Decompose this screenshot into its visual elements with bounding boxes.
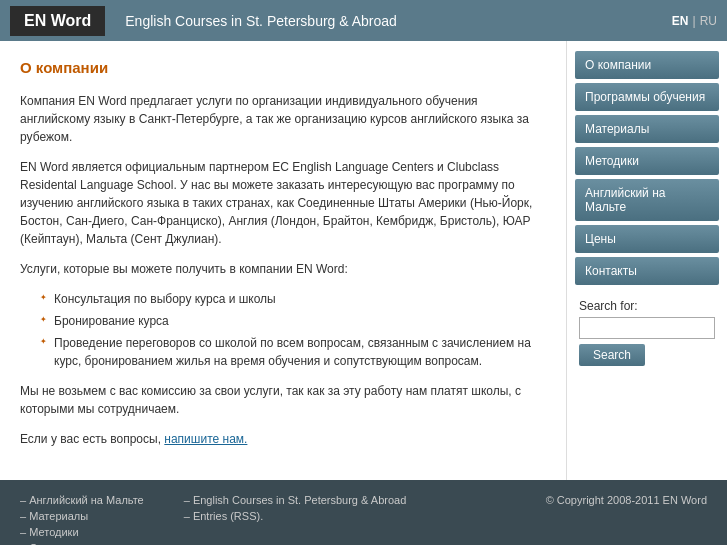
search-input[interactable] [579, 317, 715, 339]
para3: Услуги, которые вы можете получить в ком… [20, 260, 546, 278]
footer: Английский на МальтеМатериалыМетодикиО к… [0, 480, 727, 545]
list-item: Проведение переговоров со школой по всем… [40, 334, 546, 370]
search-section: Search for: Search [575, 299, 719, 366]
search-label: Search for: [579, 299, 715, 313]
nav-button[interactable]: Программы обучения [575, 83, 719, 111]
content-area: О компании Компания EN Word предлагает у… [0, 41, 567, 480]
main-wrapper: О компании Компания EN Word предлагает у… [0, 41, 727, 480]
language-switcher: EN | RU [672, 14, 717, 28]
search-button[interactable]: Search [579, 344, 645, 366]
nav-button[interactable]: Английский на Мальте [575, 179, 719, 221]
footer-copyright: © Copyright 2008-2011 EN Word [546, 494, 707, 506]
footer-link[interactable]: Методики [20, 526, 144, 538]
logo[interactable]: EN Word [10, 6, 105, 36]
footer-link[interactable]: Entries (RSS). [184, 510, 407, 522]
lang-separator: | [693, 14, 696, 28]
footer-col2: English Courses in St. Petersburg & Abro… [184, 494, 407, 545]
nav-button[interactable]: Материалы [575, 115, 719, 143]
para5: Если у вас есть вопросы, напишите нам. [20, 430, 546, 448]
nav-button[interactable]: Методики [575, 147, 719, 175]
footer-link[interactable]: Материалы [20, 510, 144, 522]
footer-left: Английский на МальтеМатериалыМетодикиО к… [20, 494, 406, 545]
list-item: Консультация по выбору курса и школы [40, 290, 546, 308]
lang-en-link[interactable]: EN [672, 14, 689, 28]
para2: EN Word является официальным партнером E… [20, 158, 546, 248]
footer-link[interactable]: Английский на Мальте [20, 494, 144, 506]
footer-link[interactable]: English Courses in St. Petersburg & Abro… [184, 494, 407, 506]
header: EN Word English Courses in St. Petersbur… [0, 0, 727, 41]
para1: Компания EN Word предлагает услуги по ор… [20, 92, 546, 146]
nav-button[interactable]: Цены [575, 225, 719, 253]
lang-ru-link[interactable]: RU [700, 14, 717, 28]
footer-col1: Английский на МальтеМатериалыМетодикиО к… [20, 494, 144, 545]
nav-button[interactable]: О компании [575, 51, 719, 79]
contact-link[interactable]: напишите нам. [164, 432, 247, 446]
services-list: Консультация по выбору курса и школы Бро… [40, 290, 546, 370]
nav-button[interactable]: Контакты [575, 257, 719, 285]
header-title: English Courses in St. Petersburg & Abro… [125, 13, 672, 29]
para5-text: Если у вас есть вопросы, [20, 432, 164, 446]
page-heading: О компании [20, 59, 546, 76]
para4: Мы не возьмем с вас комиссию за свои усл… [20, 382, 546, 418]
nav-menu: О компанииПрограммы обученияМатериалыМет… [575, 51, 719, 285]
list-item: Бронирование курса [40, 312, 546, 330]
sidebar: О компанииПрограммы обученияМатериалыМет… [567, 41, 727, 480]
